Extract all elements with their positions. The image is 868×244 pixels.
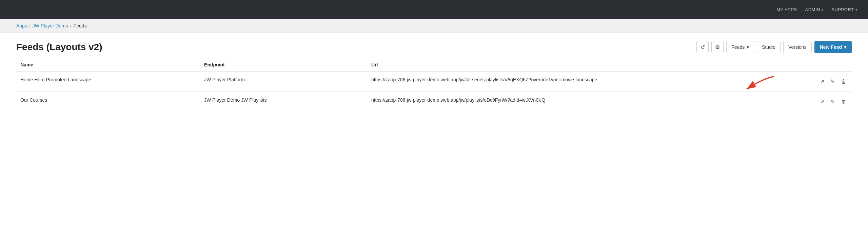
table-row: Home Hero Promoted Landscape JW Player P… — [16, 71, 852, 92]
support-nav[interactable]: SUPPORT ▾ — [831, 7, 857, 12]
support-dropdown-arrow: ▾ — [855, 8, 857, 12]
settings-icon: ⚙ — [715, 44, 720, 50]
edit-icon-2[interactable]: ✎ — [829, 97, 836, 106]
feed-url-text-2: https://zapp-706-jw-player-demo.web.app/… — [371, 97, 545, 103]
studio-label: Studio — [762, 44, 775, 50]
feeds-dropdown-arrow: ▾ — [747, 44, 749, 50]
feeds-table: Name Endpoint Url Home Hero Promoted Lan… — [16, 59, 852, 112]
breadcrumb-apps[interactable]: Apps — [16, 23, 27, 28]
breadcrumb: Apps / JW Player Demo / Feeds — [16, 23, 852, 28]
red-arrow-annotation — [736, 75, 777, 92]
feed-name-1: Home Hero Promoted Landscape — [16, 71, 200, 92]
feed-name-2: Our Courses — [16, 92, 200, 112]
new-feed-dropdown-arrow: ▾ — [844, 44, 846, 50]
admin-nav[interactable]: ADMIN ▾ — [805, 7, 824, 12]
breadcrumb-sep-1: / — [29, 23, 31, 28]
top-nav: MY APPS ADMIN ▾ SUPPORT ▾ — [0, 0, 868, 19]
reset-button[interactable]: ↺ — [696, 41, 709, 53]
feed-url-2: https://zapp-706-jw-player-demo.web.app/… — [367, 92, 802, 112]
table-header-row: Name Endpoint Url — [16, 59, 852, 71]
table-row: Our Courses JW Player Demo JW Playlists … — [16, 92, 852, 112]
reset-icon: ↺ — [701, 44, 705, 50]
feeds-label: Feeds — [731, 44, 745, 50]
feed-url-1: https://zapp-706-jw-player-demo.web.app/… — [367, 71, 802, 92]
feed-actions-1: ↗ ✎ 🗑 — [802, 71, 852, 92]
main-content: Apps / JW Player Demo / Feeds Feeds (Lay… — [0, 19, 868, 244]
page-header: Feeds (Layouts v2) ↺ ⚙ Feeds ▾ Studio Ve… — [0, 33, 868, 59]
breadcrumb-app-name[interactable]: JW Player Demo — [33, 23, 68, 28]
admin-dropdown-arrow: ▾ — [822, 8, 824, 12]
col-header-actions — [802, 59, 852, 71]
settings-button[interactable]: ⚙ — [711, 41, 724, 53]
col-header-url: Url — [367, 59, 802, 71]
toolbar: ↺ ⚙ Feeds ▾ Studio Versions New Feed ▾ — [696, 41, 852, 53]
new-feed-label: New Feed — [820, 44, 842, 50]
delete-icon-2[interactable]: 🗑 — [840, 98, 848, 106]
versions-label: Versions — [788, 44, 807, 50]
external-link-icon-2[interactable]: ↗ — [818, 97, 826, 106]
breadcrumb-current: Feeds — [74, 23, 87, 28]
col-header-endpoint: Endpoint — [200, 59, 367, 71]
versions-button[interactable]: Versions — [783, 41, 812, 53]
feed-endpoint-1: JW Player Platform — [200, 71, 367, 92]
external-link-icon-1[interactable]: ↗ — [818, 77, 826, 86]
feeds-button[interactable]: Feeds ▾ — [726, 41, 754, 53]
new-feed-button[interactable]: New Feed ▾ — [814, 41, 852, 53]
feed-url-text-1: https://zapp-706-jw-player-demo.web.app/… — [371, 77, 597, 82]
feed-endpoint-2: JW Player Demo JW Playlists — [200, 92, 367, 112]
table-container: Name Endpoint Url Home Hero Promoted Lan… — [0, 59, 868, 112]
feed-actions-2: ↗ ✎ 🗑 — [802, 92, 852, 112]
my-apps-nav[interactable]: MY APPS — [776, 7, 797, 12]
col-header-name: Name — [16, 59, 200, 71]
page-title: Feeds (Layouts v2) — [16, 42, 102, 53]
table-wrapper: Name Endpoint Url Home Hero Promoted Lan… — [16, 59, 852, 112]
studio-button[interactable]: Studio — [757, 41, 781, 53]
delete-icon-1[interactable]: 🗑 — [840, 77, 848, 86]
edit-icon-1[interactable]: ✎ — [829, 77, 836, 86]
breadcrumb-bar: Apps / JW Player Demo / Feeds — [0, 19, 868, 33]
breadcrumb-sep-2: / — [70, 23, 72, 28]
